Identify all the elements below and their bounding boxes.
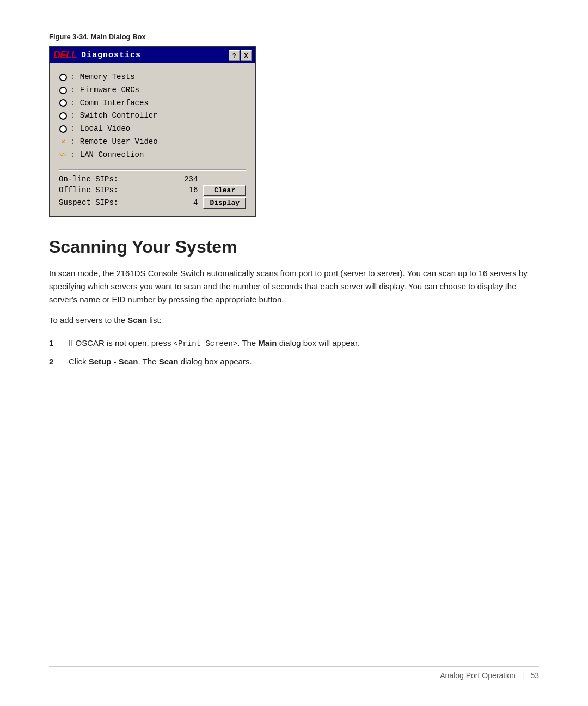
list-item: : Local Video — [59, 123, 246, 136]
list-item: ✕ : Remote User Video — [59, 136, 246, 149]
step-text: If OSCAR is not open, press <Print Scree… — [69, 337, 359, 350]
circle-icon — [59, 86, 68, 95]
warning-icon: ▽△ — [59, 151, 68, 160]
diagnostics-dialog: DELL Diagnostics ? X : Memory Tests : Fi… — [49, 46, 256, 217]
main-bold: Main — [258, 338, 277, 348]
keyboard-shortcut: <Print Screen> — [174, 339, 238, 348]
dialog-controls: ? X — [229, 50, 252, 61]
step-number: 1 — [49, 337, 59, 350]
help-button[interactable]: ? — [229, 50, 240, 61]
step-2: 2 Click Setup - Scan. The Scan dialog bo… — [49, 355, 539, 368]
circle-icon — [59, 99, 68, 107]
step-1: 1 If OSCAR is not open, press <Print Scr… — [49, 337, 539, 350]
circle-icon — [59, 125, 68, 133]
list-item: : Switch Controller — [59, 109, 246, 123]
body-paragraph-1: In scan mode, the 2161DS Console Switch … — [49, 267, 539, 306]
figure-caption: Figure 3-34. Main Dialog Box — [49, 33, 539, 41]
dialog-title: Diagnostics — [81, 51, 224, 60]
step-text: Click Setup - Scan. The Scan dialog box … — [69, 355, 252, 368]
diag-label: : Memory Tests — [71, 71, 135, 84]
diag-label: : Local Video — [71, 123, 130, 136]
suspect-sips-value: 4 — [184, 198, 198, 207]
list-item: ▽△ : LAN Connection — [59, 149, 246, 162]
steps-list: 1 If OSCAR is not open, press <Print Scr… — [49, 337, 539, 368]
dialog-body: : Memory Tests : Firmware CRCs : Comm In… — [50, 63, 255, 216]
diagnostics-list: : Memory Tests : Firmware CRCs : Comm In… — [59, 71, 246, 162]
scan-bold-2: Scan — [159, 357, 179, 366]
clear-button[interactable]: Clear — [203, 185, 246, 196]
footer-section-label: Analog Port Operation — [440, 671, 516, 680]
list-item: : Memory Tests — [59, 71, 246, 84]
diag-label: : Comm Interfaces — [71, 97, 149, 110]
setup-scan-bold: Setup - Scan — [89, 357, 138, 366]
footer-separator: | — [522, 671, 524, 680]
list-item: : Comm Interfaces — [59, 97, 246, 110]
dell-logo: DELL — [53, 50, 77, 61]
offline-sips-value: 16 — [184, 186, 198, 194]
close-button[interactable]: X — [241, 50, 252, 61]
suspect-sips-label: Suspect SIPs: — [59, 198, 179, 207]
diag-label: : Firmware CRCs — [71, 84, 139, 97]
page-footer: Analog Port Operation | 53 — [49, 666, 539, 680]
circle-icon — [59, 112, 68, 120]
sips-section: On-line SIPs: 234 Offline SIPs: 16 Clear… — [59, 175, 246, 209]
diag-label: : Switch Controller — [71, 109, 158, 123]
diag-label: : Remote User Video — [71, 136, 158, 149]
divider — [59, 169, 246, 171]
step-number: 2 — [49, 355, 59, 368]
x-icon: ✕ — [59, 138, 68, 147]
list-item: : Firmware CRCs — [59, 84, 246, 97]
offline-sips-label: Offline SIPs: — [59, 186, 179, 194]
section-heading: Scanning Your System — [49, 237, 539, 257]
scan-bold: Scan — [127, 315, 147, 325]
dialog-titlebar: DELL Diagnostics ? X — [50, 47, 255, 63]
online-sips-value: 234 — [184, 175, 198, 184]
display-button[interactable]: Display — [203, 197, 246, 209]
body-paragraph-2: To add servers to the Scan list: — [49, 314, 539, 327]
diag-label: : LAN Connection — [71, 149, 144, 162]
online-sips-label: On-line SIPs: — [59, 175, 179, 184]
circle-icon — [59, 73, 68, 82]
page-number: 53 — [530, 671, 539, 680]
